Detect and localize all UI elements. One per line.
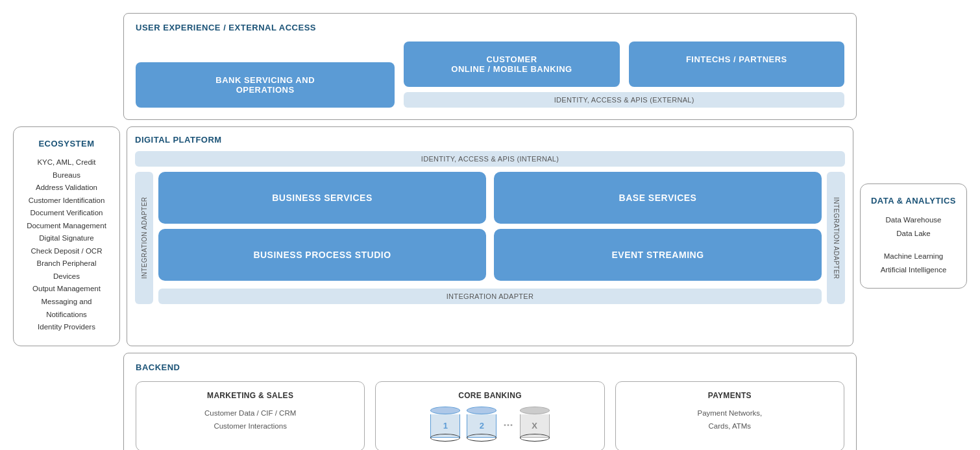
ecosystem-item: Address Validation <box>23 182 110 195</box>
event-streaming-box: EVENT STREAMING <box>494 229 822 281</box>
cylinder-1-bottom <box>430 434 460 442</box>
data-analytics-item: Data Lake <box>870 227 957 241</box>
marketing-title: MARKETING & SALES <box>147 391 354 400</box>
digital-platform-title: DIGITAL PLATFORM <box>135 135 845 145</box>
data-analytics-item: Machine Learning <box>870 250 957 263</box>
data-analytics-item: Artificial Intelligence <box>870 263 957 277</box>
ecosystem-item: Branch Peripheral Devices <box>23 257 110 283</box>
business-services-box: BUSINESS SERVICES <box>158 172 486 224</box>
core-banking-box: CORE BANKING 1 2 ... <box>375 381 604 450</box>
ecosystem-item: Output Management <box>23 283 110 296</box>
ecosystem-item: Document Verification <box>23 207 110 220</box>
main-layout: USER EXPERIENCE / EXTERNAL ACCESS BANK S… <box>13 13 967 450</box>
ux-top-right: CUSTOMERONLINE / MOBILE BANKING FINTECHS… <box>404 41 844 87</box>
cylinder-2: 2 <box>467 407 496 442</box>
backend-boxes: MARKETING & SALES Customer Data / CIF / … <box>136 381 844 450</box>
core-banking-title: CORE BANKING <box>386 391 593 400</box>
cylinders-group: 1 2 ... X <box>386 407 593 442</box>
ux-right-group: CUSTOMERONLINE / MOBILE BANKING FINTECHS… <box>404 41 844 108</box>
ecosystem-item: Customer Identification <box>23 195 110 207</box>
integration-bar-bottom: INTEGRATION ADAPTER <box>158 289 822 304</box>
payments-text1: Payment Networks, <box>626 407 833 420</box>
customer-online-box: CUSTOMERONLINE / MOBILE BANKING <box>404 41 619 87</box>
marketing-text1: Customer Data / CIF / CRM <box>147 407 354 420</box>
middle-row: ECOSYSTEM KYC, AML, Credit Bureaus Addre… <box>13 126 967 346</box>
identity-bar-internal: IDENTITY, ACCESS & APIS (INTERNAL) <box>135 151 845 167</box>
bank-servicing-box: BANK SERVICING ANDOPERATIONS <box>136 62 395 108</box>
platform-center: BUSINESS SERVICES BASE SERVICES BUSINESS… <box>158 172 822 304</box>
payments-text2: Cards, ATMs <box>626 420 833 433</box>
payments-box: PAYMENTS Payment Networks, Cards, ATMs <box>615 381 844 450</box>
base-services-box: BASE SERVICES <box>494 172 822 224</box>
ecosystem-item: Digital Signature <box>23 232 110 245</box>
identity-bar-external: IDENTITY, ACCESS & APIS (EXTERNAL) <box>404 92 844 108</box>
cylinder-x-bottom <box>520 434 550 442</box>
marketing-sales-box: MARKETING & SALES Customer Data / CIF / … <box>136 381 365 450</box>
services-row-top: BUSINESS SERVICES BASE SERVICES <box>158 172 822 224</box>
cylinder-1-top <box>430 407 460 414</box>
cylinder-2-bottom <box>467 434 496 442</box>
digital-platform: DIGITAL PLATFORM IDENTITY, ACCESS & APIS… <box>127 126 853 346</box>
integration-adapter-left: INTEGRATION ADAPTER <box>135 172 153 304</box>
business-process-box: BUSINESS PROCESS STUDIO <box>158 229 486 281</box>
data-analytics-title: DATA & ANALYTICS <box>870 196 957 206</box>
ellipsis: ... <box>503 416 513 429</box>
ecosystem-item: Messaging andNotifications <box>23 296 110 321</box>
ecosystem-item: Document Management <box>23 220 110 233</box>
ux-boxes: BANK SERVICING ANDOPERATIONS CUSTOMERONL… <box>136 41 844 108</box>
payments-title: PAYMENTS <box>626 391 833 400</box>
ecosystem-item: KYC, AML, Credit Bureaus <box>23 156 110 182</box>
ecosystem-title: ECOSYSTEM <box>23 139 110 148</box>
cylinder-x: X <box>520 407 550 442</box>
data-analytics-item: Data Warehouse <box>870 213 957 227</box>
backend-section: BACKEND MARKETING & SALES Customer Data … <box>123 353 857 450</box>
integration-adapter-right: INTEGRATION ADAPTER <box>827 172 845 304</box>
ecosystem-item: Identity Providers <box>23 321 110 334</box>
ux-section: USER EXPERIENCE / EXTERNAL ACCESS BANK S… <box>123 13 857 120</box>
services-row-bottom: BUSINESS PROCESS STUDIO EVENT STREAMING <box>158 229 822 281</box>
ux-title: USER EXPERIENCE / EXTERNAL ACCESS <box>136 23 844 32</box>
cylinder-1: 1 <box>430 407 460 442</box>
cylinder-x-top <box>520 407 550 414</box>
backend-title: BACKEND <box>136 362 844 372</box>
fintech-box: FINTECHS / PARTNERS <box>629 41 844 87</box>
data-analytics-box: DATA & ANALYTICS Data Warehouse Data Lak… <box>860 184 967 289</box>
ecosystem-item: Check Deposit / OCR <box>23 245 110 258</box>
cylinder-2-top <box>467 407 496 414</box>
ecosystem-box: ECOSYSTEM KYC, AML, Credit Bureaus Addre… <box>13 126 120 346</box>
marketing-text2: Customer Interactions <box>147 420 354 433</box>
platform-inner: INTEGRATION ADAPTER BUSINESS SERVICES BA… <box>135 172 845 304</box>
